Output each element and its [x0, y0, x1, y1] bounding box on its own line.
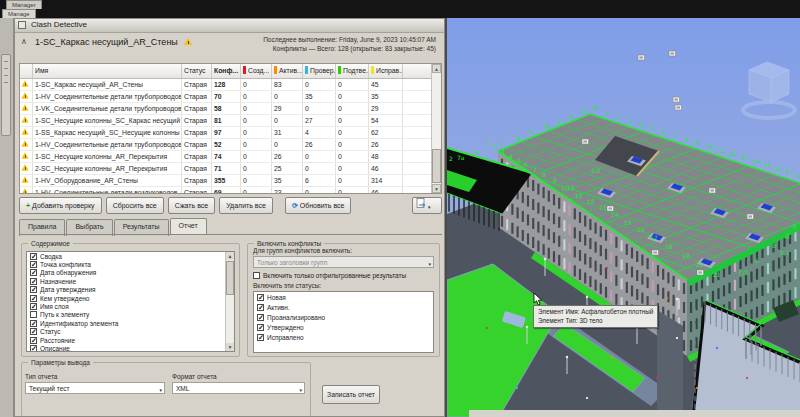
column-header-3[interactable]: Созд... [241, 64, 272, 78]
tab-manage[interactable]: Manage [2, 9, 36, 18]
checkbox-checked[interactable]: ✓ [257, 324, 264, 331]
clash-marker-icon[interactable] [638, 55, 645, 60]
tab-manager[interactable]: Manager [6, 0, 42, 9]
checkbox-checked[interactable]: ✓ [30, 295, 37, 302]
clash-test-row[interactable]: 1-SC_Каркас несущий_AR_СтеныСтарая128083… [20, 79, 441, 91]
write-report-button[interactable]: Записать отчет [322, 385, 380, 404]
checkbox-checked[interactable]: ✓ [30, 303, 37, 310]
checkbox-checked[interactable]: ✓ [30, 278, 37, 285]
test-name-cell: 1-SC_Каркас несущий_AR_Стены [33, 79, 182, 90]
grid-axis-label: 10 [706, 143, 714, 150]
checkbox-checked[interactable]: ✓ [30, 269, 37, 276]
checklist-item-Сводка[interactable]: ✓Сводка [27, 252, 234, 260]
reset-all-button[interactable]: Сбросить все [106, 197, 164, 214]
checkbox-checked[interactable]: ✓ [257, 294, 264, 301]
checkbox-checked[interactable]: ✓ [257, 304, 264, 311]
checklist-item-Дата утверждения[interactable]: ✓Дата утверждения [27, 286, 234, 294]
grid-axis-label: 5 [517, 157, 521, 164]
clash-test-row[interactable]: 1-VK_Соединительные детали трубопроводов… [20, 103, 441, 115]
column-header-6[interactable]: Подтве... [336, 64, 369, 78]
report-format-select[interactable]: XML▾ [172, 382, 305, 394]
test-count-cell: 0 [303, 163, 336, 174]
checklist-item-Расстояние[interactable]: ✓Расстояние [27, 336, 234, 344]
checkbox-checked[interactable]: ✓ [30, 320, 37, 327]
scroll-up-arrow[interactable]: ▲ [432, 64, 441, 73]
test-count-cell: 0 [241, 103, 272, 114]
checkbox-checked[interactable]: ✓ [257, 334, 264, 341]
test-name-cell: 1-SS_Каркас несущий_SC_Несущие колонны [33, 127, 182, 138]
clash-marker-icon[interactable] [652, 250, 659, 255]
test-count-cell: 62 [369, 127, 403, 138]
compact-all-button[interactable]: Сжать все [168, 197, 215, 214]
grid-axis-label: 7а [457, 154, 465, 161]
clash-marker-icon[interactable] [697, 270, 704, 275]
table-vertical-scrollbar[interactable]: ▲ ▼ [431, 64, 441, 193]
test-count-cell: 71 [212, 163, 241, 174]
contents-scrollbar[interactable]: ▲ ▼ [225, 252, 234, 351]
clash-test-row[interactable]: 1-SC_Несущие колонны_AR_ПерекрытияСтарая… [20, 151, 441, 163]
clash-test-row[interactable]: 1-HV_Оборудование_AR_СтеныСтарая35503560… [20, 175, 441, 187]
clash-marker-icon[interactable] [675, 105, 682, 110]
clash-test-row[interactable]: 1-SS_Каркас несущий_SC_Несущие колонныСт… [20, 127, 441, 139]
checklist-item-Путь к элементу[interactable]: Путь к элементу [27, 311, 234, 319]
checklist-item-Имя слоя[interactable]: ✓Имя слоя [27, 302, 234, 310]
checklist-item-Утверждено[interactable]: ✓Утверждено [254, 322, 433, 332]
checkbox-checked[interactable]: ✓ [30, 337, 37, 344]
checkbox-checked[interactable]: ✓ [30, 261, 37, 268]
tab-Отчет[interactable]: Отчет [170, 218, 207, 235]
column-header-7[interactable]: Исправ... [369, 64, 403, 78]
clash-marker-icon[interactable] [709, 188, 716, 193]
checkbox-unchecked[interactable] [30, 311, 37, 318]
filtered-results-checkbox-row[interactable]: Включить только отфильтрованные результа… [253, 272, 434, 279]
clash-marker-icon[interactable] [747, 214, 754, 219]
group-include-select[interactable]: Только заголовки групп▾ [253, 256, 434, 268]
checklist-item-Точка конфликта[interactable]: ✓Точка конфликта [27, 260, 234, 268]
grid-axis-label: 0,1 [780, 249, 790, 256]
column-header-1[interactable]: Статус [182, 64, 212, 78]
test-count-cell: 54 [369, 115, 403, 126]
panel-title-bar[interactable]: Clash Detective [15, 19, 444, 33]
active-test-name: 1-SC_Каркас несущий_AR_Стены [35, 37, 178, 47]
clash-marker-icon[interactable] [582, 139, 589, 144]
checkbox-unchecked[interactable] [253, 272, 260, 279]
checkbox-checked[interactable]: ✓ [30, 345, 37, 352]
add-test-button[interactable]: +Добавить проверку [19, 197, 102, 214]
scroll-down-arrow[interactable]: ▼ [432, 184, 441, 193]
clash-marker-icon[interactable] [669, 51, 676, 56]
column-header-0[interactable]: Имя [33, 64, 182, 78]
checkbox-checked[interactable]: ✓ [30, 286, 37, 293]
warning-icon [21, 176, 28, 182]
checklist-item-Идентификатор элемента[interactable]: ✓Идентификатор элемента [27, 319, 234, 327]
clash-test-row[interactable]: 1-SC_Несущие колонны_SC_Каркас несущийСт… [20, 115, 441, 127]
update-all-button[interactable]: ⟳Обновить все [285, 197, 352, 214]
collapsed-panel-tab[interactable] [1, 54, 11, 136]
collapse-chevron-icon[interactable]: ∧ [21, 37, 27, 46]
checklist-item-Назначение[interactable]: ✓Назначение [27, 277, 234, 285]
scroll-thumb[interactable] [432, 149, 441, 183]
clash-test-row[interactable]: 1-HV_Соединительные детали трубопроводов… [20, 139, 441, 151]
checklist-item-Статус[interactable]: ✓Статус [27, 328, 234, 336]
checklist-item-Дата обнаружения[interactable]: ✓Дата обнаружения [27, 269, 234, 277]
checklist-item-Проанализировано[interactable]: ✓Проанализировано [254, 312, 433, 322]
clash-marker-icon[interactable] [673, 97, 680, 102]
checklist-item-Кем утверждено[interactable]: ✓Кем утверждено [27, 294, 234, 302]
3d-viewport[interactable]: 123456789101112131415161718МЛКИЖЕДГ67а12… [445, 18, 800, 417]
test-count-cell: 0 [241, 187, 272, 194]
checkbox-checked[interactable]: ✓ [30, 253, 37, 260]
column-header-5[interactable]: Провер... [303, 64, 336, 78]
export-report-button[interactable]: ▾ [412, 197, 442, 214]
clash-test-row[interactable]: 2-SC_Несущие колонны_AR_ПерекрытияСтарая… [20, 163, 441, 175]
checklist-item-Исправлено[interactable]: ✓Исправлено [254, 332, 433, 342]
column-header-4[interactable]: Актив... [272, 64, 303, 78]
delete-all-button[interactable]: Удалить все [219, 197, 273, 214]
column-header-2[interactable]: Конф... [212, 64, 241, 78]
report-type-select[interactable]: Текущий тест▾ [25, 382, 165, 394]
clash-test-row[interactable]: 1-HV_Соединительные детали воздуховодов_… [20, 187, 441, 194]
checklist-item-Активн.[interactable]: ✓Активн. [254, 302, 433, 312]
clash-test-row[interactable]: 1-HV_Соединительные детали трубопроводов… [20, 91, 441, 103]
checklist-item-Описание[interactable]: ✓Описание [27, 344, 234, 352]
checkbox-checked[interactable]: ✓ [30, 328, 37, 335]
checkbox-checked[interactable]: ✓ [257, 314, 264, 321]
checklist-label: Назначение [40, 278, 76, 285]
checklist-item-Новая[interactable]: ✓Новая [254, 292, 433, 302]
